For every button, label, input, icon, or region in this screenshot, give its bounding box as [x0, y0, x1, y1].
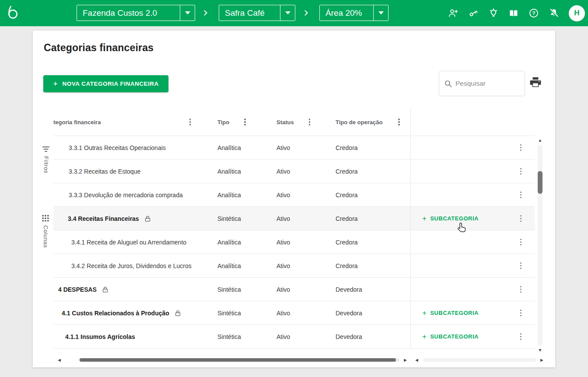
actions-horizontal-scrollbar-track[interactable] — [423, 358, 536, 362]
column-header-tipo-label: Tipo — [217, 119, 229, 126]
row-menu-icon[interactable] — [518, 143, 524, 153]
add-subcategory-label: SUBCATEGORIA — [430, 215, 478, 222]
tipo-cell: Analítica — [214, 136, 273, 159]
row-actions-cell: + — [410, 183, 535, 206]
actions-scroll-right-icon[interactable]: ► — [539, 357, 544, 363]
columns-side-tab[interactable]: Colunas — [42, 214, 49, 248]
table-row[interactable]: 3.3.3 Devolução de mercadoria comprada A… — [53, 183, 535, 206]
lock-icon — [145, 216, 150, 222]
category-name: 3.4.1 Receita de Aluguel ou Arrendamento — [71, 239, 186, 246]
area-selector-caret[interactable] — [373, 5, 388, 21]
category-name: 3.4.2 Receita de Juros, Dividendos e Luc… — [71, 262, 192, 269]
table-row[interactable]: 4.1 Custos Relacionados à Produção Sinté… — [53, 301, 535, 325]
scroll-right-icon[interactable]: ► — [403, 357, 408, 363]
farm-selector[interactable]: Fazenda Custos 2.0 — [77, 5, 195, 21]
table-row[interactable]: 3.3.1 Outras Receitas Operacionais Analí… — [53, 136, 535, 159]
status-cell: Ativo — [273, 325, 332, 348]
table-row[interactable]: 4.1.1 Insumos Agrícolas Sintética Ativo … — [53, 325, 535, 348]
scroll-down-icon[interactable]: ▼ — [537, 348, 543, 353]
horizontal-scrollbar-track[interactable] — [78, 358, 399, 362]
category-name-cell: 3.3.3 Devolução de mercadoria comprada — [53, 183, 214, 206]
filters-tab-label: Filtros — [43, 156, 49, 174]
search-input[interactable] — [455, 80, 512, 87]
chevron-down-icon — [378, 11, 384, 14]
category-name-cell: 3.4 Receitas Financeiras — [53, 207, 214, 230]
column-menu-icon[interactable] — [307, 117, 312, 127]
category-name: 3.3.1 Outras Receitas Operacionais — [69, 144, 166, 151]
operation-type-cell: Credora — [332, 207, 410, 230]
row-actions-cell: + SUBCATEGORIA — [410, 301, 535, 325]
table-row[interactable]: 3.4.2 Receita de Juros, Dividendos e Luc… — [53, 254, 535, 277]
row-menu-icon[interactable] — [518, 166, 524, 177]
person-add-icon[interactable] — [448, 8, 458, 18]
actions-scroll-left-icon[interactable]: ◄ — [414, 357, 419, 363]
category-name-cell: 3.3.1 Outras Receitas Operacionais — [53, 136, 214, 159]
user-avatar[interactable]: H — [569, 5, 585, 21]
column-header-status-label: Status — [276, 119, 294, 126]
scroll-left-icon[interactable]: ◄ — [57, 357, 62, 363]
add-subcategory-button[interactable]: + SUBCATEGORIA — [422, 332, 479, 341]
filter-icon — [42, 145, 50, 153]
status-cell: Ativo — [273, 278, 332, 301]
column-header-status: Status — [273, 108, 332, 136]
app-logo[interactable] — [6, 5, 19, 21]
tipo-cell: Sintética — [214, 325, 273, 348]
row-menu-icon[interactable] — [518, 237, 524, 248]
status-cell: Ativo — [273, 230, 332, 254]
row-menu-icon[interactable] — [518, 332, 524, 342]
table-bottom-border — [53, 348, 535, 349]
row-menu-icon[interactable] — [518, 190, 524, 200]
category-name: 3.3.2 Receitas de Estoque — [69, 168, 140, 175]
operation-type-cell: Devedora — [332, 278, 410, 301]
area-selector[interactable]: Área 20% — [319, 5, 388, 21]
new-category-button[interactable]: + NOVA CATEGORIA FINANCEIRA — [43, 75, 168, 92]
table-row[interactable]: 4 DESPESAS Sintética Ativo Devedora + — [53, 277, 535, 301]
app-header: Fazenda Custos 2.0 Safra Café Área 20% ? — [0, 0, 588, 26]
add-subcategory-button[interactable]: + SUBCATEGORIA — [422, 309, 479, 318]
add-subcategory-button[interactable]: + SUBCATEGORIA — [422, 214, 479, 223]
notifications-off-icon[interactable] — [549, 8, 559, 18]
lock-icon — [175, 310, 181, 316]
area-selector-label: Área 20% — [320, 5, 373, 21]
table-header-row: tegoria financeira Tipo Status Tipo de o… — [53, 108, 535, 136]
lock-icon — [102, 286, 108, 293]
table-row[interactable]: 3.4.1 Receita de Aluguel ou Arrendamento… — [53, 230, 535, 254]
filters-side-tab[interactable]: Filtros — [42, 145, 50, 174]
columns-tab-label: Colunas — [42, 225, 49, 248]
category-name: 4 DESPESAS — [58, 286, 97, 293]
farm-selector-caret[interactable] — [180, 5, 195, 21]
season-selector-caret[interactable] — [280, 5, 295, 21]
key-icon[interactable] — [468, 8, 479, 18]
column-menu-icon[interactable] — [242, 117, 248, 127]
vertical-scrollbar[interactable]: ▲ ▼ — [537, 138, 543, 353]
column-menu-icon[interactable] — [396, 117, 402, 127]
column-header-tipo: Tipo — [214, 108, 273, 136]
column-header-actions — [410, 108, 535, 136]
row-menu-icon[interactable] — [518, 284, 524, 295]
category-name: 3.4 Receitas Financeiras — [68, 215, 139, 222]
status-cell: Ativo — [273, 207, 332, 230]
svg-text:?: ? — [532, 10, 535, 16]
row-menu-icon[interactable] — [518, 261, 524, 271]
help-icon[interactable]: ? — [528, 8, 539, 18]
status-cell: Ativo — [273, 183, 332, 206]
horizontal-scrollbar-thumb[interactable] — [80, 358, 396, 362]
column-header-operation: Tipo de operação — [332, 108, 410, 136]
book-icon[interactable] — [508, 8, 519, 18]
farm-selector-label: Fazenda Custos 2.0 — [77, 5, 180, 21]
operation-type-cell: Credora — [332, 254, 410, 277]
season-selector[interactable]: Safra Café — [219, 5, 295, 21]
lightbulb-icon[interactable] — [488, 8, 499, 18]
row-menu-icon[interactable] — [518, 308, 524, 318]
tipo-cell: Sintética — [214, 278, 273, 301]
vertical-scrollbar-thumb[interactable] — [538, 171, 542, 194]
row-menu-icon[interactable] — [518, 213, 524, 224]
scroll-up-icon[interactable]: ▲ — [537, 138, 543, 143]
print-icon[interactable] — [530, 77, 541, 89]
tipo-cell: Sintética — [214, 207, 273, 230]
category-name-cell: 3.4.1 Receita de Aluguel ou Arrendamento — [53, 230, 214, 254]
column-menu-icon[interactable] — [188, 117, 193, 127]
operation-type-cell: Credora — [332, 160, 410, 183]
table-row[interactable]: 3.4 Receitas Financeiras Sintética Ativo… — [53, 206, 535, 230]
table-row[interactable]: 3.3.2 Receitas de Estoque Analítica Ativ… — [53, 159, 535, 183]
